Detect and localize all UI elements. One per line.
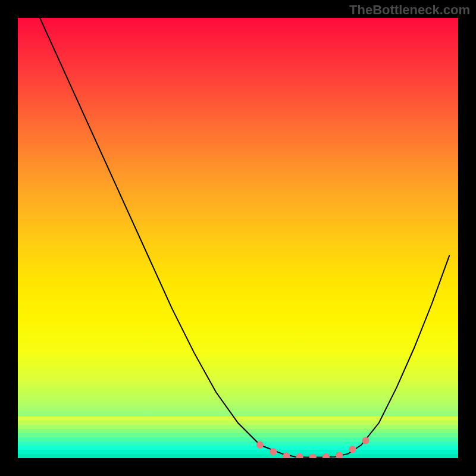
highlight-marker [256,441,264,449]
bottleneck-curve [40,18,449,458]
curve-svg [18,18,458,458]
highlight-marker [296,453,303,458]
highlight-marker [349,446,356,453]
highlight-marker [283,452,290,458]
highlight-marker [270,448,277,455]
highlight-markers-group [256,437,369,458]
highlight-marker [336,452,343,458]
highlight-marker [309,454,317,459]
plot-area [18,18,458,458]
highlight-marker [362,437,369,444]
highlight-marker [322,453,330,458]
watermark-text: TheBottleneck.com [349,2,470,18]
